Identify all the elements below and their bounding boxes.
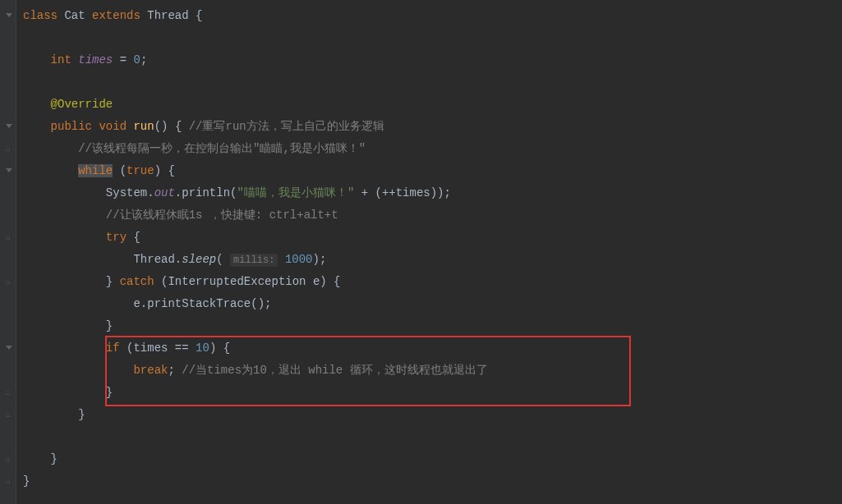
code-line: class Cat extends Thread {: [23, 5, 842, 27]
code-line: public void run() { //重写run方法，写上自己的业务逻辑: [23, 116, 842, 138]
code-line: @Override: [23, 94, 842, 116]
gutter-mark: ⌂: [0, 448, 16, 470]
code-line: System.out.println("喵喵，我是小猫咪！" + (++time…: [23, 182, 842, 204]
code-line: }: [23, 404, 842, 426]
gutter-blank: [0, 204, 16, 227]
gutter-blank: [0, 293, 16, 315]
gutter-blank: [0, 249, 16, 271]
gutter-mark: ⌂: [0, 227, 16, 249]
code-line: break; //当times为10，退出 while 循环，这时线程也就退出了: [23, 360, 842, 382]
code-line: if (times == 10) {: [23, 337, 842, 360]
code-area[interactable]: class Cat extends Thread { int times = 0…: [16, 0, 842, 504]
gutter-mark: ⌂: [0, 138, 16, 160]
gutter-mark: ⌂: [0, 404, 16, 426]
code-line: }: [23, 448, 842, 470]
gutter-blank: [0, 315, 16, 337]
fold-icon[interactable]: [0, 5, 16, 27]
gutter-mark: ⌂: [0, 470, 16, 493]
code-line: }: [23, 315, 842, 337]
code-line: }: [23, 470, 842, 493]
code-line: [23, 426, 842, 448]
code-line: [23, 71, 842, 94]
code-editor[interactable]: ⌂ ⌂ ⌂ ⌂ ⌂ ⌂ ⌂ class Cat extends Thread {…: [0, 0, 842, 504]
gutter-blank: [0, 94, 16, 116]
code-line: //该线程每隔一秒，在控制台输出"瞄瞄,我是小猫咪！": [23, 138, 842, 160]
gutter-mark: ⌂: [0, 271, 16, 293]
gutter-blank: [0, 27, 16, 49]
gutter-blank: [0, 360, 16, 382]
code-line: [23, 27, 842, 49]
gutter-blank: [0, 182, 16, 204]
code-line: try {: [23, 227, 842, 249]
gutter-mark: ⌂: [0, 382, 16, 404]
code-line: Thread.sleep( millis: 1000);: [23, 249, 842, 271]
code-line: //让该线程休眠1s ，快捷键: ctrl+alt+t: [23, 204, 842, 227]
fold-icon[interactable]: [0, 337, 16, 360]
fold-icon[interactable]: [0, 116, 16, 138]
gutter-blank: [0, 49, 16, 71]
code-line: while (true) {: [23, 160, 842, 182]
code-line: int times = 0;: [23, 49, 842, 71]
code-line: }: [23, 382, 842, 404]
code-line: } catch (InterruptedException e) {: [23, 271, 842, 293]
fold-icon[interactable]: [0, 160, 16, 182]
code-line: e.printStackTrace();: [23, 293, 842, 315]
gutter-blank: [0, 71, 16, 94]
gutter: ⌂ ⌂ ⌂ ⌂ ⌂ ⌂ ⌂: [0, 0, 16, 504]
gutter-blank: [0, 426, 16, 448]
